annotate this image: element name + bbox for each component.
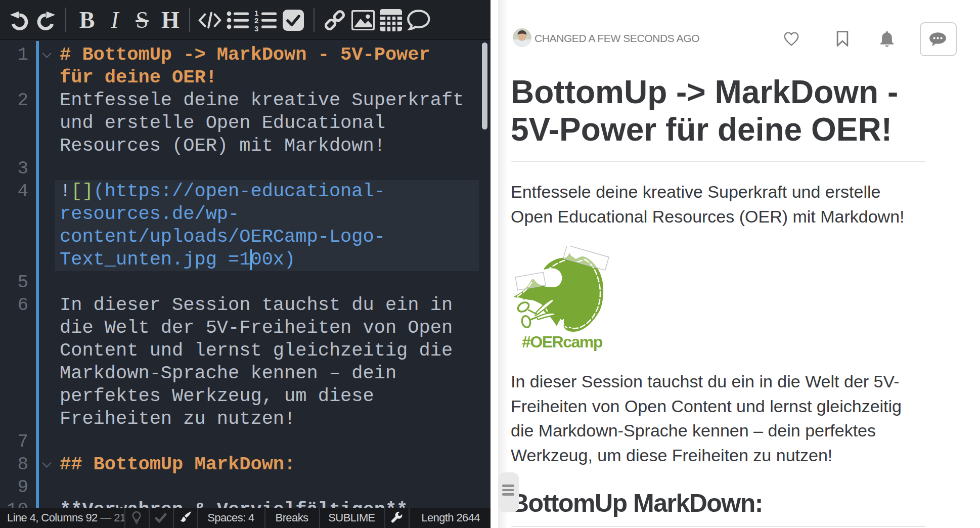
svg-text:1: 1: [254, 9, 258, 17]
svg-text:2: 2: [254, 17, 258, 25]
svg-text:3: 3: [254, 25, 258, 31]
